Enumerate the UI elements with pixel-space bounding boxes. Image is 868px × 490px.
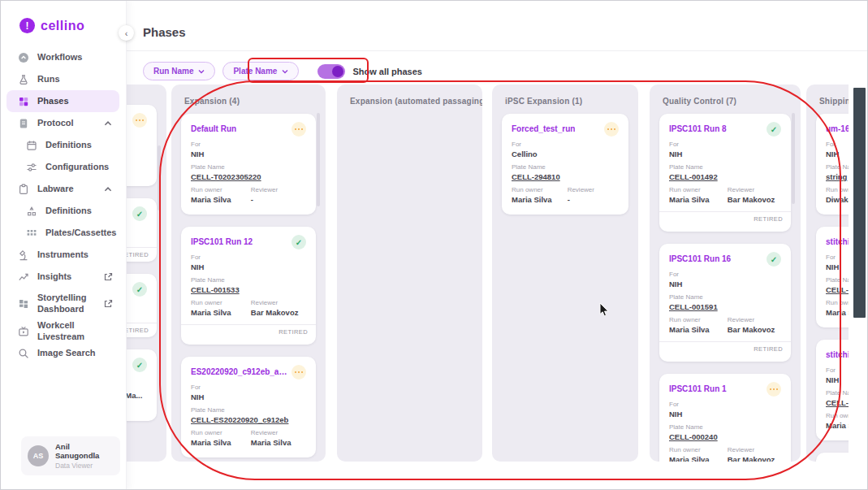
sidebar-item-plates-cassettes[interactable]: Plates/Cassettes xyxy=(6,222,119,244)
phase-column-4: Quality Control (7)IPSC101 Run 8✓ForNIHP… xyxy=(650,85,801,462)
card-plate-link[interactable]: CELL-001591 xyxy=(669,302,781,311)
card-menu-icon[interactable] xyxy=(604,122,619,137)
phase-card[interactable]: um-16801ForNIHPlate NamestringRun ownerD… xyxy=(816,114,849,215)
card-title-link[interactable]: stitching xyxy=(826,235,849,246)
phase-card[interactable]: ✓RETIRED xyxy=(127,274,157,337)
brand: ! cellino xyxy=(0,0,126,45)
field-label: For xyxy=(669,141,781,148)
sidebar-item-workcell-livestream[interactable]: Workcell Livestream xyxy=(6,320,119,342)
sidebar-item-runs[interactable]: Runs xyxy=(6,68,119,90)
plate-name-filter[interactable]: Plate Name xyxy=(222,62,299,80)
show-all-phases-toggle[interactable] xyxy=(317,64,345,79)
sidebar-item-phases[interactable]: Phases xyxy=(6,90,119,112)
card-plate-link[interactable]: CELL-294810 xyxy=(512,172,619,181)
sidebar-item-definitions[interactable]: Definitions xyxy=(6,134,119,156)
brand-wordmark: cellino xyxy=(41,19,84,33)
field-label: Plate Name xyxy=(826,163,849,171)
column-scrollbar[interactable] xyxy=(158,145,161,210)
vertical-scrollbar[interactable] xyxy=(853,88,866,318)
phase-card[interactable]: Default RunForNIHPlate NameCELL-T0202305… xyxy=(181,114,316,215)
card-title-link[interactable]: IPSC101 Run 8 xyxy=(669,122,727,133)
phase-card[interactable]: IPSC101 Run 1ForNIHPlate NameCELL-000240… xyxy=(659,374,791,462)
card-for-value: NIH xyxy=(191,262,306,271)
card-title-link[interactable]: ES20220920_c912eb_auto_st... xyxy=(191,365,291,376)
runs-icon xyxy=(18,74,29,85)
field-label: Run owner xyxy=(512,186,568,193)
field-label: Run owner xyxy=(191,186,251,193)
phase-card[interactable] xyxy=(127,105,157,186)
phase-card[interactable]: IPSC101 Run 12✓ForNIHPlate NameCELL-0015… xyxy=(181,227,316,345)
field-label: Plate Name xyxy=(191,276,306,284)
column-title: Expansion (4) xyxy=(171,85,326,114)
dashboard-icon xyxy=(18,298,29,310)
card-plate-link[interactable]: CELL-700 xyxy=(826,398,849,407)
sliders-icon xyxy=(26,162,37,173)
card-plate-link[interactable]: string xyxy=(826,172,849,181)
card-owner-value: Maria Silva xyxy=(669,195,728,204)
card-title-link[interactable]: IPSC101 Run 1 xyxy=(669,382,727,393)
card-plate-link[interactable]: CELL-T0202305220 xyxy=(191,172,306,181)
phase-card[interactable]: IPSC101 Run 16✓ForNIHPlate NameCELL-0015… xyxy=(659,244,791,362)
card-title-link[interactable]: Default Run xyxy=(191,122,236,133)
column-scrollbar[interactable] xyxy=(792,113,795,204)
external-link-icon xyxy=(103,272,113,282)
card-for-value: NIH xyxy=(826,262,849,271)
sidebar-item-workflows[interactable]: Workflows xyxy=(6,46,119,68)
sidebar-item-configurations[interactable]: Configurations xyxy=(6,156,119,178)
sidebar-collapse-button[interactable]: ‹ xyxy=(119,25,134,41)
card-title-link[interactable]: stitching xyxy=(826,348,849,359)
sidebar-item-labware[interactable]: Labware xyxy=(6,178,119,200)
card-menu-icon[interactable] xyxy=(291,365,306,379)
card-plate-link[interactable]: CELL-001533 xyxy=(191,285,306,294)
card-menu-icon[interactable] xyxy=(767,382,781,397)
phases-board: ✓RETIRED✓RETIRED✓, Ma...Expansion (4)Def… xyxy=(127,78,849,466)
card-plate-link[interactable]: CELL-001492 xyxy=(669,172,781,181)
phase-card[interactable]: ES20220920_c912eb_auto_st...ForNIHPlate … xyxy=(181,357,316,457)
card-title-link[interactable]: TD_Scan_ xyxy=(826,461,849,462)
run-name-filter[interactable]: Run Name xyxy=(143,62,215,80)
phase-column-5: Shipping (1um-16801ForNIHPlate Namestrin… xyxy=(806,85,849,462)
card-plate-link[interactable]: CELL-000240 xyxy=(669,432,781,441)
card-title-link[interactable]: Forced_test_run xyxy=(512,122,575,133)
field-label: Run owner xyxy=(826,299,849,306)
card-title-link[interactable]: um-16801 xyxy=(826,122,849,133)
card-title-link[interactable]: IPSC101 Run 16 xyxy=(669,252,731,263)
phase-card[interactable]: ✓RETIRED xyxy=(127,198,157,262)
card-owner-value: Maria Silva xyxy=(191,308,251,317)
card-owner-value: Maria Silva xyxy=(512,195,568,204)
phase-card[interactable]: TD_Scan_ForNIHPlate NameCELL-TDRun owner… xyxy=(816,453,849,462)
sidebar-item-protocol[interactable]: Protocol xyxy=(6,112,119,134)
card-menu-icon[interactable] xyxy=(291,122,306,137)
chevron-up-icon[interactable] xyxy=(103,184,113,194)
phase-card[interactable]: Forced_test_runForCellinoPlate NameCELL-… xyxy=(502,114,628,215)
show-all-phases-label: Show all phases xyxy=(352,67,422,76)
run-name-filter-label: Run Name xyxy=(153,67,193,76)
phase-card[interactable]: stitchingForNIHPlate NameCELL-700Run own… xyxy=(816,340,849,440)
card-reviewer-value: Bar Makovoz xyxy=(728,455,781,462)
card-plate-link[interactable]: CELL-ES20220920_c912eb xyxy=(191,415,306,424)
field-label: For xyxy=(826,141,849,148)
sidebar: ! cellino WorkflowsRunsPhasesProtocolDef… xyxy=(0,0,127,490)
chevron-up-icon[interactable] xyxy=(103,119,113,128)
card-plate-link[interactable]: CELL-700 xyxy=(826,285,849,294)
phase-card[interactable]: stitchingForNIHPlate NameCELL-700Run own… xyxy=(816,227,849,327)
sidebar-item-image-search[interactable]: Image Search xyxy=(6,342,119,364)
chevron-down-icon xyxy=(282,69,288,74)
field-label: For xyxy=(669,271,781,278)
field-label: Run owner xyxy=(669,316,728,323)
sidebar-item-storytelling-dashboard[interactable]: Storytelling Dashboard xyxy=(6,288,119,320)
sidebar-item-insights[interactable]: Insights xyxy=(6,266,119,288)
sidebar-item-instruments[interactable]: Instruments xyxy=(6,244,119,266)
card-menu-icon[interactable] xyxy=(132,113,147,128)
card-title-link[interactable]: IPSC101 Run 12 xyxy=(191,235,253,246)
tv-icon xyxy=(18,326,29,337)
card-reviewer-value: Bar Makovoz xyxy=(728,195,781,204)
sidebar-item-definitions[interactable]: Definitions xyxy=(6,200,119,222)
user-chip[interactable]: AS Anil Sanugondla Data Viewer xyxy=(21,436,120,475)
phase-card[interactable]: ✓, Ma... xyxy=(127,349,157,421)
sidebar-item-label: Workflows xyxy=(37,52,82,63)
sidebar-item-label: Phases xyxy=(37,96,69,107)
protocol-icon xyxy=(18,118,29,129)
column-scrollbar[interactable] xyxy=(317,113,320,206)
phase-card[interactable]: IPSC101 Run 8✓ForNIHPlate NameCELL-00149… xyxy=(659,114,791,232)
